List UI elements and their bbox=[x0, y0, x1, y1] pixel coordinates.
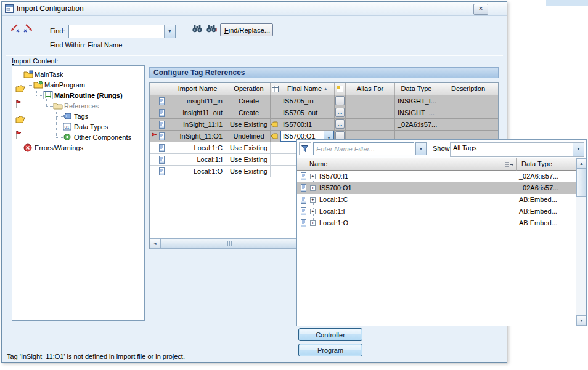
find-replace-button[interactable]: Find/Replace... bbox=[220, 23, 273, 36]
tag-list-row[interactable]: + IS5700:I1 _02A6:is57... bbox=[297, 171, 576, 182]
final-name-cell[interactable]: IS5705_out bbox=[280, 107, 335, 119]
expand-icon[interactable]: + bbox=[310, 185, 316, 191]
description-cell[interactable] bbox=[438, 95, 498, 107]
find-combobox-arrow[interactable]: ▼ bbox=[164, 25, 175, 38]
data-type-cell[interactable]: INSIGHT_I... bbox=[395, 95, 438, 107]
close-button[interactable]: ✕ bbox=[473, 4, 488, 15]
tree-item-maintask[interactable]: MainTask bbox=[12, 70, 144, 80]
final-name-cell[interactable]: IS5700:I1 bbox=[280, 119, 335, 131]
operation-cell[interactable]: Use Existing bbox=[227, 166, 271, 177]
red-arrow-x-next-button[interactable] bbox=[23, 23, 35, 34]
tree-item-references[interactable]: References bbox=[12, 101, 144, 111]
program-scope-button[interactable]: Program bbox=[298, 344, 362, 356]
tree-item-mainprogram[interactable]: MainProgram bbox=[12, 80, 144, 90]
col-header-import-name[interactable]: Import Name bbox=[168, 83, 227, 95]
show-combobox-arrow[interactable]: ▼ bbox=[573, 143, 584, 156]
data-type-cell[interactable]: _02A6:is57... bbox=[395, 119, 438, 131]
red-arrow-x-prev-button[interactable] bbox=[9, 23, 22, 34]
scroll-down-button[interactable]: ▼ bbox=[576, 315, 587, 326]
browse-button[interactable]: ... bbox=[335, 96, 345, 105]
data-type-column-header[interactable]: Data Type bbox=[517, 158, 576, 171]
alias-for-cell[interactable] bbox=[346, 107, 395, 119]
find-combobox[interactable]: ▼ bbox=[68, 25, 176, 38]
browse-cell: ... bbox=[335, 119, 346, 131]
alias-for-cell[interactable] bbox=[346, 95, 395, 107]
popup-vertical-scrollbar[interactable]: ▲ ▼ bbox=[576, 158, 587, 326]
import-name-cell[interactable]: InSight_11:O1 bbox=[168, 131, 227, 142]
expand-icon[interactable]: + bbox=[310, 174, 316, 179]
error-icon bbox=[23, 143, 33, 152]
import-content-tree: MainTask MainProgram MainRoutine (Rungs) bbox=[12, 65, 145, 321]
scroll-up-icon: ▲ bbox=[579, 161, 584, 166]
tag-card-icon bbox=[300, 207, 307, 215]
expand-icon[interactable]: + bbox=[310, 209, 316, 214]
name-filter-input[interactable] bbox=[313, 142, 414, 155]
grid-row[interactable]: InSight_11:I1 Use Existing IS5700:I1 ...… bbox=[150, 119, 498, 131]
controller-scope-button[interactable]: Controller bbox=[298, 328, 362, 341]
col-header-usage-icon bbox=[271, 83, 280, 95]
name-column-header[interactable]: Name bbox=[297, 158, 517, 171]
find-within-label: Find Within: Final Name bbox=[50, 41, 122, 49]
import-name-cell[interactable]: Local:1:C bbox=[168, 142, 227, 154]
vertical-scrollbar-thumb[interactable] bbox=[576, 169, 587, 197]
import-name-cell[interactable]: Local:1:I bbox=[168, 154, 227, 166]
usage-icon-cell bbox=[271, 166, 280, 177]
show-combobox[interactable]: All Tags ▼ bbox=[450, 142, 584, 157]
grid-row[interactable]: insight11_in Create IS5705_in ... INSIGH… bbox=[150, 95, 498, 107]
operation-cell[interactable]: Use Existing bbox=[227, 154, 271, 166]
final-name-cell[interactable]: IS5705_in bbox=[280, 95, 335, 107]
filter-funnel-button[interactable] bbox=[299, 142, 311, 155]
task-folder-icon bbox=[23, 70, 33, 79]
tag-list-row[interactable]: + Local:1:O AB:Embed... bbox=[297, 217, 576, 229]
grid-row[interactable]: insight11_out Create IS5705_out ... INSI… bbox=[150, 107, 498, 119]
tag-card-icon bbox=[158, 167, 165, 175]
col-header-alias-for[interactable]: Alias For bbox=[346, 83, 395, 95]
data-type-cell[interactable]: INSIGHT_... bbox=[395, 107, 438, 119]
sheet-icon bbox=[272, 86, 279, 92]
find-label: Find: bbox=[50, 27, 65, 34]
usage-icon-cell bbox=[271, 107, 280, 119]
tree-item-tags[interactable]: Tags bbox=[12, 111, 144, 122]
filter-dropdown-arrow[interactable]: ▼ bbox=[415, 142, 427, 155]
tag-list-row-selected[interactable]: + IS5700:O1 _02A6:is57... bbox=[297, 182, 576, 194]
row-icon-cell bbox=[158, 142, 168, 154]
tree-label: MainProgram bbox=[44, 81, 85, 90]
operation-cell[interactable]: Create bbox=[227, 107, 271, 119]
tree-item-data-types[interactable]: 01 Data Types bbox=[12, 122, 144, 132]
tag-list-row[interactable]: + Local:1:I AB:Embed... bbox=[297, 206, 576, 217]
tag-data-type: AB:Embed... bbox=[519, 219, 557, 228]
description-cell[interactable] bbox=[438, 119, 498, 131]
tag-list-row[interactable]: + Local:1:C AB:Embed... bbox=[297, 194, 576, 206]
import-name-cell[interactable]: insight11_out bbox=[168, 107, 227, 119]
operation-cell[interactable]: Use Existing bbox=[227, 142, 271, 154]
scroll-up-button[interactable]: ▲ bbox=[576, 158, 587, 169]
expand-icon[interactable]: + bbox=[310, 220, 316, 226]
scroll-left-button[interactable]: ◄ bbox=[150, 238, 160, 249]
expand-icon[interactable]: + bbox=[310, 197, 316, 203]
col-header-final-name[interactable]: Final Name▲ bbox=[280, 83, 335, 95]
browse-button[interactable]: ... bbox=[335, 119, 345, 129]
tree-item-errors-warnings[interactable]: Errors/Warnings bbox=[12, 143, 144, 153]
dialog-titlebar[interactable]: Import Configuration ✕ bbox=[2, 2, 507, 16]
col-header-description[interactable]: Description bbox=[438, 83, 498, 95]
import-name-cell[interactable]: Local:1:O bbox=[168, 166, 227, 177]
program-folder-icon bbox=[33, 81, 43, 89]
description-cell[interactable] bbox=[438, 107, 498, 119]
chevron-down-icon: ▼ bbox=[168, 29, 172, 33]
find-all-button[interactable] bbox=[206, 24, 218, 35]
browse-button[interactable]: ... bbox=[335, 108, 345, 117]
operation-cell[interactable]: Use Existing bbox=[227, 119, 271, 131]
routine-ladder-icon bbox=[43, 91, 53, 100]
import-name-cell[interactable]: insight11_in bbox=[168, 95, 227, 107]
col-header-data-type[interactable]: Data Type bbox=[395, 83, 438, 95]
alias-for-cell[interactable] bbox=[346, 119, 395, 131]
find-next-button[interactable] bbox=[192, 24, 204, 35]
tree-item-mainroutine[interactable]: MainRoutine (Rungs) bbox=[12, 90, 144, 101]
col-header-operation[interactable]: Operation bbox=[227, 83, 271, 95]
operation-cell[interactable]: Undefined bbox=[227, 131, 271, 142]
import-name-cell[interactable]: InSight_11:I1 bbox=[168, 119, 227, 131]
operation-cell[interactable]: Create bbox=[227, 95, 271, 107]
horizontal-scrollbar-thumb[interactable] bbox=[160, 238, 297, 249]
usage-icon-cell bbox=[271, 119, 280, 131]
tree-item-other-components[interactable]: Other Components bbox=[12, 132, 144, 143]
